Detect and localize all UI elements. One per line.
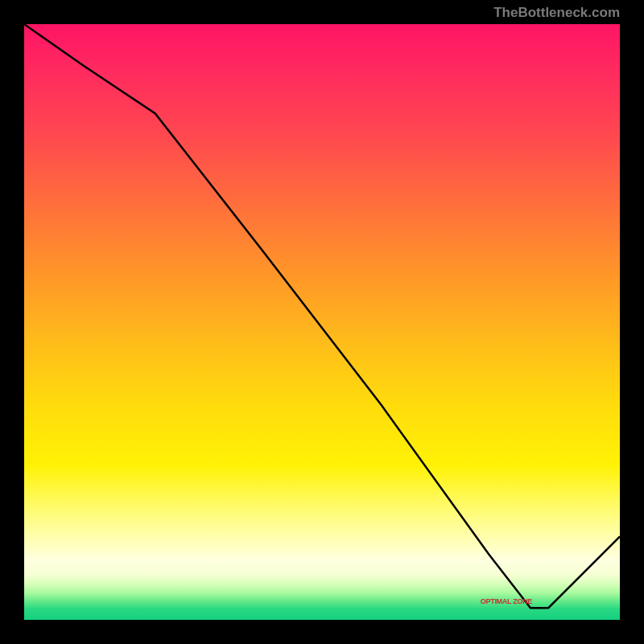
bottleneck-curve	[24, 24, 620, 608]
plot-area: OPTIMAL ZONE	[24, 24, 620, 620]
curve-svg	[24, 24, 620, 620]
optimal-label: OPTIMAL ZONE	[481, 597, 532, 605]
watermark-text: TheBottleneck.com	[493, 5, 620, 21]
chart-frame: TheBottleneck.com OPTIMAL ZONE	[0, 0, 644, 644]
